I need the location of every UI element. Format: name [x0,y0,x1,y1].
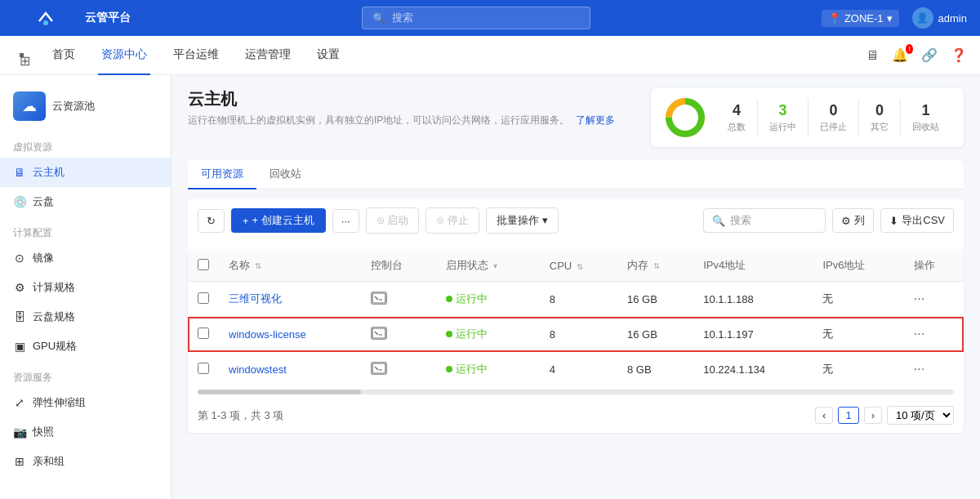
search-bar[interactable]: 🔍 搜索 [362,7,590,29]
nav-icons: 🖥 🔔! 🔗 ❓ [866,47,967,63]
tab-recycle[interactable]: 回收站 [256,160,314,189]
create-vm-button[interactable]: + + 创建云主机 [231,208,326,233]
export-csv-button[interactable]: ⬇ 导出CSV [880,208,954,233]
secondary-nav: ⊞ 首页 资源中心 平台运维 运营管理 设置 🖥 🔔! 🔗 ❓ [0,36,980,75]
location-icon: 📍 [828,12,841,25]
toolbar: ↻ + + 创建云主机 ··· ⊙ 启动 ⊙ 停止 批量操作 ▾ 🔍 搜索 [198,207,954,234]
sidebar-snapshot-label: 快照 [33,425,54,439]
row-3-console[interactable] [371,362,387,375]
row-2-action[interactable]: ··· [914,327,924,341]
sidebar-item-disk[interactable]: 💿 云盘 [0,187,171,216]
sort-cpu-icon[interactable]: ⇅ [577,262,583,271]
row-2-ipv6: 无 [813,317,903,352]
grid-menu-icon[interactable]: ⊞ [13,47,29,64]
row-3-checkbox[interactable] [198,363,209,374]
stop-button[interactable]: ⊙ 停止 [425,207,479,234]
refresh-button[interactable]: ↻ [198,209,225,233]
table-row: windows-license 运行中 8 [188,317,964,352]
top-nav-right: 📍 ZONE-1 ▾ 👤 admin [822,7,967,29]
sidebar-affinity-label: 亲和组 [33,454,65,469]
screen-icon[interactable]: 🖥 [866,48,879,63]
stat-stopped: 0 已停止 [808,99,859,136]
nav-item-settings[interactable]: 设置 [314,36,343,75]
sidebar-item-autoscale[interactable]: ⤢ 弹性伸缩组 [0,388,171,417]
row-1-console[interactable] [371,292,387,305]
next-page-button[interactable]: › [864,407,882,424]
search-icon: 🔍 [372,12,385,25]
sidebar-item-snapshot[interactable]: 📷 快照 [0,417,171,447]
row-1-name[interactable]: 三维可视化 [229,292,282,305]
stat-total: 4 总数 [716,99,758,136]
svg-line-12 [375,367,378,370]
affinity-icon: ⊞ [13,455,26,468]
batch-button[interactable]: 批量操作 ▾ [486,207,559,234]
logo [13,7,78,29]
nav-item-operations[interactable]: 运营管理 [242,36,294,75]
plus-icon: + [243,215,249,227]
tab-available[interactable]: 可用资源 [188,160,256,189]
select-all-checkbox[interactable] [198,259,209,270]
nav-item-platform[interactable]: 平台运维 [170,36,222,75]
svg-line-6 [375,296,378,300]
share-icon[interactable]: 🔗 [921,47,938,63]
sidebar-item-affinity[interactable]: ⊞ 亲和组 [0,447,171,476]
bell-icon[interactable]: 🔔! [892,47,908,63]
table-container: 名称 ⇅ 控制台 启用状态 ▾ CPU ⇅ 内存 ⇅ IPv4地址 IPv6地址… [188,250,964,433]
nav-item-home[interactable]: 首页 [49,36,78,75]
column-settings-button[interactable]: ⚙ 列 [832,208,874,233]
more-button[interactable]: ··· [332,209,359,233]
status-dot [446,366,452,372]
search-input-bar[interactable]: 🔍 搜索 [703,208,826,233]
service-section-title: 资源服务 [0,361,171,388]
row-3-ipv4: 10.224.1.134 [693,352,813,387]
donut-svg [664,96,706,139]
row-3-name[interactable]: windowstest [229,363,287,376]
filter-status-icon[interactable]: ▾ [493,261,497,270]
vm-table: 名称 ⇅ 控制台 启用状态 ▾ CPU ⇅ 内存 ⇅ IPv4地址 IPv6地址… [188,250,964,386]
sidebar-disk-label: 云盘 [33,194,54,209]
sidebar-item-vm[interactable]: 🖥 云主机 [0,158,171,187]
sort-name-icon[interactable]: ⇅ [255,261,261,270]
zone-selector[interactable]: 📍 ZONE-1 ▾ [822,10,899,27]
row-1-ipv6: 无 [813,282,903,317]
search-icon-toolbar: 🔍 [712,215,725,227]
snapshot-icon: 📷 [13,425,26,439]
horizontal-scrollbar[interactable] [188,386,964,398]
chevron-down-icon: ▾ [887,12,893,25]
sidebar-item-gpu-spec[interactable]: ▣ GPU规格 [0,332,171,361]
row-1-checkbox[interactable] [198,292,209,304]
sort-memory-icon[interactable]: ⇅ [653,261,660,270]
row-1-memory: 16 GB [617,282,693,317]
row-3-cpu: 4 [540,352,617,387]
learn-more-link[interactable]: 了解更多 [576,114,615,126]
compute-section-title: 计算配置 [0,216,171,243]
help-icon[interactable]: ❓ [951,47,967,63]
stats-items: 4 总数 3 运行中 0 已停止 0 其它 [716,99,951,136]
per-page-select[interactable]: 10 项/页 20 项/页 50 项/页 [887,406,954,425]
tabs: 可用资源 回收站 [188,160,964,189]
svg-rect-5 [372,293,385,303]
status-dot [446,331,452,337]
row-1-action[interactable]: ··· [914,292,924,305]
start-icon: ⊙ [376,214,385,226]
disk-icon: 💿 [13,195,26,208]
nav-item-resource[interactable]: 资源中心 [98,36,150,75]
scrollbar-thumb[interactable] [198,390,361,394]
row-1-ipv4: 10.1.1.188 [693,282,813,317]
sidebar-item-disk-spec[interactable]: 🗄 云盘规格 [0,302,171,332]
search-placeholder: 搜索 [392,11,413,25]
gpu-icon: ▣ [13,340,26,353]
row-2-console[interactable] [371,327,387,340]
prev-page-button[interactable]: ‹ [815,407,833,424]
row-3-memory: 8 GB [617,352,693,387]
sidebar-item-image[interactable]: ⊙ 镜像 [0,243,171,273]
sidebar-item-compute-spec[interactable]: ⚙ 计算规格 [0,273,171,302]
page-title: 云主机 [188,88,615,110]
row-3-status: 运行中 [446,362,530,376]
pagination-range: 第 1-3 项，共 3 项 [198,408,283,423]
start-button[interactable]: ⊙ 启动 [366,207,420,234]
row-2-name[interactable]: windows-license [229,328,306,341]
row-3-action[interactable]: ··· [914,362,924,376]
row-2-checkbox[interactable] [198,327,209,339]
scale-icon: ⤢ [13,396,26,409]
